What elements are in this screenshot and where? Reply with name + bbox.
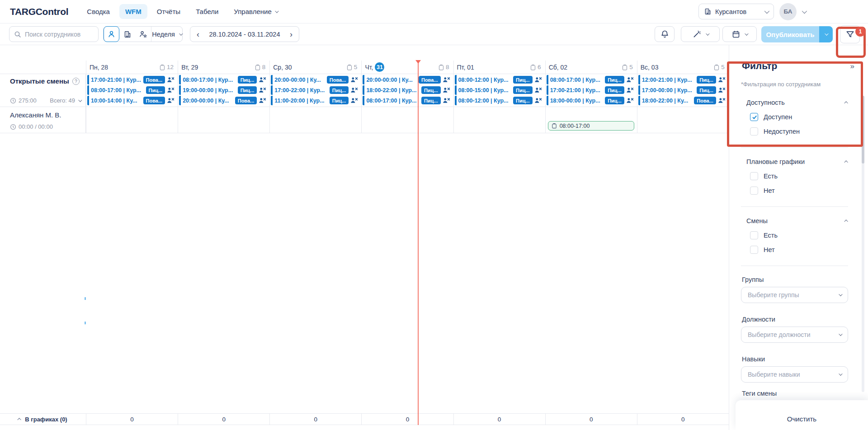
open-shift[interactable]: 20:00-00:00 | Ку... Пова...: [271, 75, 359, 84]
filter-section-header[interactable]: Плановые графики: [746, 158, 848, 166]
open-shift[interactable]: 08:00-17:00 | Кур... Пиц...: [363, 96, 451, 105]
search-input[interactable]: [25, 31, 93, 38]
prev-week-button[interactable]: ‹: [196, 30, 200, 38]
open-shift[interactable]: 08:00-15:00 | Кур... Пиц...: [455, 85, 543, 95]
auto-schedule-button[interactable]: [681, 26, 720, 42]
summary-toggle[interactable]: В графиках (0): [0, 414, 86, 425]
open-shift[interactable]: 17:00-21:00 | Кур... Пиц...: [547, 85, 635, 95]
publish-options-button[interactable]: [819, 26, 833, 42]
filter-checkbox-option[interactable]: Нет: [750, 246, 848, 254]
open-shift[interactable]: 18:00-00:00 | Кур... Пиц...: [547, 96, 635, 105]
view-by-departments-toggle[interactable]: [119, 27, 135, 42]
open-shift[interactable]: 18:00-22:00 | Ку... Пова...: [638, 96, 726, 105]
assign-employee-icon[interactable]: [259, 77, 266, 83]
view-by-skills-toggle[interactable]: [135, 27, 151, 42]
assign-employee-icon[interactable]: [718, 87, 726, 93]
org-selector[interactable]: Курсантов: [698, 4, 774, 19]
filter-checkbox-option[interactable]: Недоступен: [750, 127, 848, 136]
open-shift[interactable]: 17:00-22:00 | Кур... Пиц...: [271, 85, 359, 95]
assign-employee-icon[interactable]: [350, 98, 358, 103]
planned-shift[interactable]: 08:00-17:00: [548, 121, 634, 131]
day-label: Ср, 30: [273, 64, 292, 71]
employee-search[interactable]: [9, 26, 99, 42]
assign-employee-icon[interactable]: [350, 87, 358, 93]
publish-button[interactable]: Опубликовать: [761, 26, 819, 42]
employee-day-cell[interactable]: [637, 107, 729, 133]
assign-employee-icon[interactable]: [167, 98, 175, 103]
notifications-button[interactable]: [655, 26, 675, 42]
assign-employee-icon[interactable]: [350, 77, 358, 83]
assign-employee-icon[interactable]: [718, 98, 726, 103]
assign-employee-icon[interactable]: [259, 87, 266, 93]
open-shifts-total-toggle[interactable]: Всего: 49: [50, 97, 81, 104]
open-shift[interactable]: 12:00-21:00 | Кур... Пиц...: [638, 75, 726, 84]
checkbox[interactable]: [750, 187, 758, 195]
panel-scrollbar[interactable]: [862, 96, 864, 392]
open-shift[interactable]: 11:00-20:00 | Кур... Пиц...: [271, 96, 359, 105]
assign-employee-icon[interactable]: [534, 87, 542, 93]
assign-employee-icon[interactable]: [167, 87, 175, 93]
open-shift[interactable]: 18:00-22:00 | Кур... Пиц...: [363, 85, 451, 95]
nav-item-сводка[interactable]: Сводка: [81, 4, 116, 19]
nav-item-управление[interactable]: Управление: [228, 4, 283, 19]
open-shift[interactable]: 08:00-12:00 | Кур... Пиц...: [455, 96, 543, 105]
next-week-button[interactable]: ›: [289, 30, 293, 38]
assign-employee-icon[interactable]: [167, 77, 175, 83]
checkbox[interactable]: [750, 172, 758, 180]
checkbox[interactable]: [750, 246, 758, 254]
employee-day-cell[interactable]: [269, 107, 361, 133]
employee-day-cell[interactable]: [86, 107, 178, 133]
open-shift[interactable]: 17:00-00:00 | Кур... Пиц...: [638, 85, 726, 95]
nav-item-wfm[interactable]: WFM: [119, 4, 147, 19]
assign-employee-icon[interactable]: [534, 98, 542, 103]
open-shift[interactable]: 08:00-17:00 | Кур... Пиц...: [547, 75, 635, 84]
open-shift[interactable]: 08:00-12:00 | Кур... Пиц...: [455, 75, 543, 84]
open-shift[interactable]: 10:00-14:00 | Ку... Пова...: [87, 96, 175, 105]
checkbox[interactable]: [750, 127, 758, 136]
period-selector[interactable]: Неделя: [151, 27, 182, 42]
clear-filters-button[interactable]: Очистить: [787, 407, 816, 430]
assign-employee-icon[interactable]: [443, 87, 450, 93]
open-shift[interactable]: 17:00-21:00 | Кур... Пова...: [87, 75, 175, 84]
open-shift[interactable]: 20:00-00:00 | Ку... Пова...: [179, 96, 267, 105]
filter-checkbox-option[interactable]: Доступен: [750, 113, 848, 121]
employee-day-cell[interactable]: [453, 107, 545, 133]
chevron-down-icon[interactable]: [802, 8, 807, 13]
open-shifts-day-cell: 20:00-00:00 | Ку... Пова... 18:00-22:00 …: [361, 74, 453, 107]
nav-item-отчёты[interactable]: Отчёты: [151, 4, 186, 19]
filter-checkbox-option[interactable]: Нет: [750, 187, 848, 195]
assign-employee-icon[interactable]: [534, 77, 542, 83]
checkbox[interactable]: [750, 113, 758, 121]
assign-employee-icon[interactable]: [626, 98, 634, 103]
open-shift[interactable]: 08:00-17:00 | Кур... Пиц...: [179, 75, 267, 84]
employee-day-cell[interactable]: [178, 107, 269, 133]
collapse-panel-icon[interactable]: »: [850, 62, 854, 71]
help-icon[interactable]: ?: [72, 78, 80, 85]
assign-employee-icon[interactable]: [259, 98, 266, 103]
open-shift[interactable]: 20:00-00:00 | Ку... Пова...: [363, 75, 451, 84]
avatar[interactable]: БА: [779, 3, 797, 20]
building-icon: [704, 8, 711, 15]
employee-header-cell[interactable]: Алексанян М. В. 00:00 / 00:00: [0, 107, 86, 133]
open-shift[interactable]: 08:00-17:00 | Кур... Пиц...: [87, 85, 175, 95]
assign-employee-icon[interactable]: [443, 98, 450, 103]
assign-employee-icon[interactable]: [443, 77, 450, 83]
nav-item-табели[interactable]: Табели: [190, 4, 224, 19]
dropdown[interactable]: Выберите группы: [741, 287, 848, 303]
filter-section-header[interactable]: Доступность: [746, 98, 848, 107]
day-open-count: 8: [262, 64, 266, 70]
assign-employee-icon[interactable]: [626, 77, 634, 83]
filter-section-header[interactable]: Смены: [746, 217, 848, 225]
view-by-employees-toggle[interactable]: [104, 26, 119, 42]
employee-day-cell[interactable]: [361, 107, 453, 133]
assign-employee-icon[interactable]: [718, 77, 726, 83]
assign-employee-icon[interactable]: [626, 87, 634, 93]
calendar-options-button[interactable]: [722, 26, 757, 42]
dropdown[interactable]: Выберите должности: [741, 327, 848, 343]
filter-checkbox-option[interactable]: Есть: [750, 172, 848, 180]
filter-checkbox-option[interactable]: Есть: [750, 231, 848, 239]
employee-day-cell[interactable]: 08:00-17:00: [545, 107, 637, 133]
dropdown[interactable]: Выберите навыки: [741, 366, 848, 383]
checkbox[interactable]: [750, 231, 758, 239]
open-shift[interactable]: 19:00-00:00 | Кур... Пиц...: [179, 85, 267, 95]
